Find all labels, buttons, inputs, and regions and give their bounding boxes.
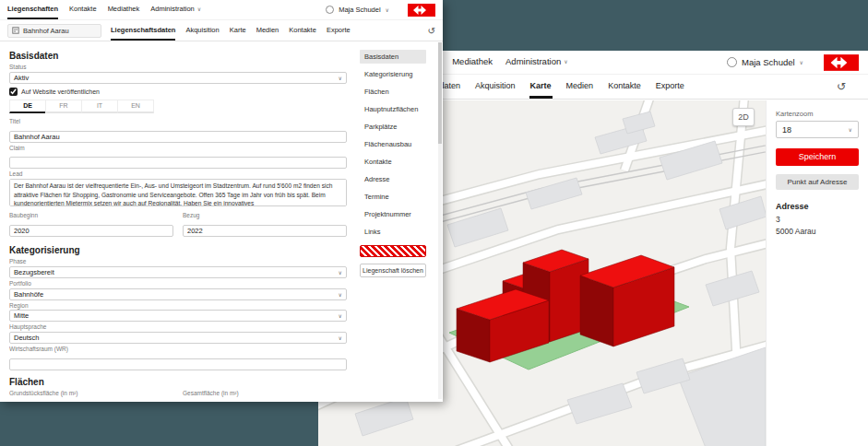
chevron-down-icon: ∨ — [339, 334, 342, 341]
scrollbar-track[interactable] — [438, 42, 442, 399]
tab-medien[interactable]: Medien — [256, 20, 279, 41]
building-icon — [12, 27, 19, 34]
hauptsprache-label: Hauptsprache — [9, 323, 347, 331]
titel-input[interactable] — [9, 131, 347, 143]
phase-select[interactable]: Bezugsbereit∨ — [9, 266, 347, 278]
publish-checkbox-row[interactable]: Auf Website veröffentlichen — [9, 88, 347, 96]
hauptsprache-select[interactable]: Deutsch∨ — [9, 332, 347, 344]
portfolio-select[interactable]: Bahnhöfe∨ — [9, 288, 347, 300]
claim-input[interactable] — [9, 157, 347, 169]
point-on-address-button[interactable]: Punkt auf Adresse — [776, 174, 859, 190]
lang-tab-fr[interactable]: FR — [45, 100, 82, 113]
nav-mediathek[interactable]: Mediathek — [108, 0, 140, 19]
chevron-down-icon: ∨ — [564, 58, 567, 65]
address-line-1: 3 — [776, 214, 859, 226]
avatar-icon — [727, 57, 737, 67]
grundstuecksflaeche-label: Grundstücksfläche (in m²) — [9, 390, 173, 397]
nav-mediathek-map[interactable]: Mediathek — [452, 51, 493, 74]
phase-label: Phase — [9, 258, 347, 265]
wirtschaftsraum-label: Wirtschaftsraum (WR) — [9, 346, 347, 353]
map-sidebar: Kartenzoom 18∨ Speichern Punkt auf Adres… — [766, 100, 868, 446]
nav-administration[interactable]: Administration∨ — [150, 0, 201, 19]
save-button[interactable]: Speichern — [776, 148, 859, 166]
anchor-hauptnutzflaechen[interactable]: Hauptnutzflächen — [360, 102, 426, 116]
portfolio-label: Portfolio — [9, 280, 347, 288]
chevron-down-icon: ∨ — [339, 269, 342, 276]
chevron-down-icon: ∨ — [339, 312, 342, 319]
tab-kontakte-map[interactable]: Kontakte — [607, 75, 642, 99]
chevron-down-icon: ∨ — [197, 6, 201, 12]
user-name: Maja Schudel — [742, 57, 795, 67]
nav-administration-map[interactable]: Administration∨ — [505, 51, 568, 74]
lead-textarea[interactable]: Der Bahnhof Aarau ist der vielfrequentie… — [9, 179, 347, 206]
kartenzoom-value: 18 — [782, 125, 791, 135]
tab-exporte[interactable]: Exporte — [327, 20, 351, 41]
anchor-links[interactable]: Links — [360, 225, 426, 239]
lang-tab-en[interactable]: EN — [117, 100, 154, 113]
anchor-basisdaten[interactable]: Basisdaten — [360, 50, 426, 64]
nav-liegenschaften[interactable]: Liegenschaften — [7, 0, 58, 19]
chevron-down-icon: ∨ — [849, 126, 852, 133]
form-column: Basisdaten Status Aktiv∨ Auf Website ver… — [9, 42, 347, 402]
publish-label: Auf Website veröffentlichen — [21, 88, 100, 95]
tab-medien-map[interactable]: Medien — [565, 75, 595, 99]
anchor-termine[interactable]: Termine — [360, 190, 426, 204]
section-title-flaechen: Flächen — [9, 377, 347, 387]
status-value: Aktiv — [14, 74, 29, 82]
status-select[interactable]: Aktiv∨ — [9, 72, 347, 84]
nav-kontakte[interactable]: Kontakte — [69, 0, 97, 19]
anchor-flaechenausbau[interactable]: Flächenausbau — [360, 137, 426, 151]
titel-label: Titel — [9, 118, 347, 125]
tab-kontakte[interactable]: Kontakte — [289, 20, 316, 41]
lang-tab-de[interactable]: DE — [9, 100, 46, 113]
chevron-down-icon: ∨ — [800, 59, 803, 65]
delete-property-button[interactable]: Liegenschaft löschen — [360, 264, 426, 277]
claim-label: Claim — [9, 145, 347, 152]
anchor-adresse[interactable]: Adresse — [360, 172, 426, 186]
desktop-background: Liegenschaften Kontakte Mediathek Admini… — [0, 0, 868, 446]
address-line-2: 5000 Aarau — [776, 226, 859, 238]
baubeginn-input[interactable] — [9, 225, 173, 237]
avatar-icon — [326, 6, 334, 14]
anchor-kategorisierung[interactable]: Kategorisierung — [360, 67, 426, 81]
address-title: Adresse — [776, 202, 859, 211]
user-menu[interactable]: Maja Schudel∨ — [326, 6, 389, 14]
section-anchor-nav: Basisdaten Kategorisierung Flächen Haupt… — [360, 50, 426, 277]
status-label: Status — [9, 64, 347, 71]
lead-label: Lead — [9, 170, 347, 178]
kartenzoom-select[interactable]: 18∨ — [776, 121, 859, 138]
nav-administration-label: Administration — [505, 56, 561, 66]
tab-exporte-map[interactable]: Exporte — [655, 75, 685, 99]
anchor-parkplaetze[interactable]: Parkplätze — [360, 120, 426, 134]
anchor-kontakte[interactable]: Kontakte — [360, 155, 426, 169]
save-button-disabled[interactable] — [360, 245, 426, 257]
history-icon[interactable]: ↺ — [428, 26, 435, 36]
property-form-window: Liegenschaften Kontakte Mediathek Admini… — [0, 0, 443, 402]
publish-checkbox[interactable] — [9, 88, 18, 96]
region-select[interactable]: Mitte∨ — [9, 310, 347, 322]
chevron-down-icon: ∨ — [339, 75, 342, 81]
form-body: Basisdaten Status Aktiv∨ Auf Website ver… — [0, 42, 443, 402]
property-search[interactable]: Bahnhof Aarau — [7, 24, 101, 38]
tab-bar: Liegenschaftsdaten Akquisition Karte Med… — [111, 20, 351, 41]
top-nav: Liegenschaften Kontakte Mediathek Admini… — [0, 0, 443, 20]
tab-akquisition-map[interactable]: Akquisition — [474, 75, 517, 99]
map-2d-toggle-button[interactable]: 2D — [732, 108, 755, 126]
section-title-basisdaten: Basisdaten — [9, 51, 347, 61]
scrollbar-thumb[interactable] — [438, 42, 442, 144]
bezug-input[interactable] — [183, 225, 347, 237]
history-icon[interactable]: ↺ — [837, 80, 846, 93]
anchor-flaechen[interactable]: Flächen — [360, 85, 426, 99]
tab-akquisition[interactable]: Akquisition — [185, 20, 219, 41]
chevron-down-icon: ∨ — [386, 6, 389, 13]
anchor-projektnummer[interactable]: Projektnummer — [360, 207, 426, 221]
chevron-down-icon: ∨ — [339, 291, 342, 298]
lang-tab-it[interactable]: IT — [81, 100, 118, 113]
wirtschaftsraum-input[interactable] — [9, 358, 347, 370]
tab-karte-map[interactable]: Karte — [529, 75, 553, 99]
region-value: Mitte — [14, 311, 29, 320]
user-menu-map[interactable]: Maja Schudel∨ — [727, 57, 803, 67]
nav-administration-label: Administration — [150, 5, 195, 13]
tab-liegenschaftsdaten[interactable]: Liegenschaftsdaten — [111, 20, 175, 41]
tab-karte[interactable]: Karte — [230, 20, 246, 41]
